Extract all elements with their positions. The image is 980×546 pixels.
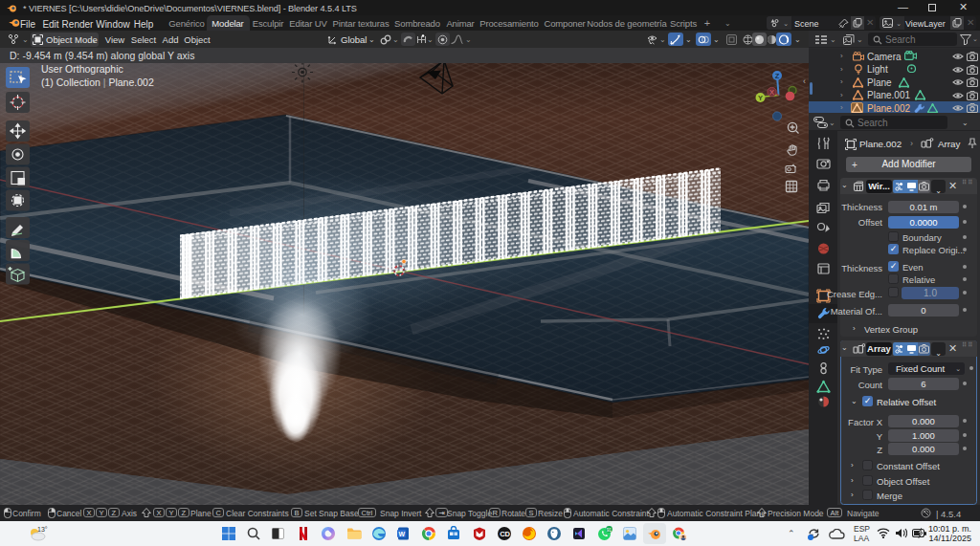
svg-text:‹: ‹ <box>803 76 806 86</box>
svg-text:W: W <box>398 531 405 537</box>
svg-text:CD: CD <box>500 530 510 538</box>
svg-text:User Orthographic: User Orthographic <box>41 63 123 75</box>
svg-text:Y: Y <box>758 94 763 102</box>
svg-text:(1) Collection | Plane.002: (1) Collection | Plane.002 <box>41 76 154 88</box>
svg-text:Z: Z <box>775 72 780 80</box>
svg-text:D: -9.454 m (9.454 m) along gl: D: -9.454 m (9.454 m) along global Y axi… <box>10 50 194 61</box>
svg-text:X: X <box>769 88 774 97</box>
svg-text:13°: 13° <box>37 526 48 533</box>
svg-text:91: 91 <box>606 528 612 533</box>
